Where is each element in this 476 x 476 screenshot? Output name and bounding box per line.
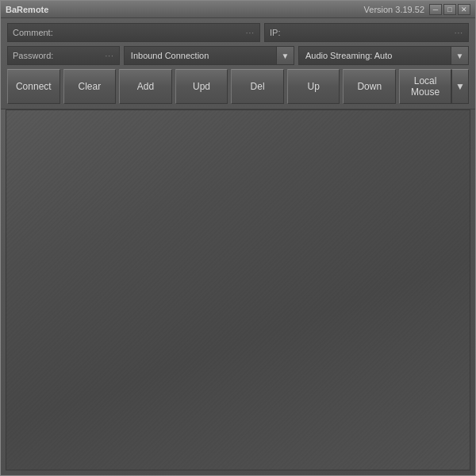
main-window: BaRemote Version 3.19.52 ─ □ ✕ Comment: … — [0, 0, 476, 476]
add-button[interactable]: Add — [119, 69, 172, 104]
toolbar: Comment: ··· IP: ··· Password: ··· Inbou… — [1, 18, 475, 109]
local-mouse-dropdown-icon[interactable]: ▼ — [451, 69, 469, 104]
title-bar-right: Version 3.19.52 ─ □ ✕ — [364, 4, 470, 15]
ip-dots: ··· — [455, 29, 463, 37]
audio-dropdown[interactable]: Audio Streaming: Auto ▼ — [298, 46, 469, 65]
up-button[interactable]: Up — [287, 69, 340, 104]
local-mouse-button[interactable]: LocalMouse — [399, 69, 451, 104]
comment-label: Comment: — [13, 28, 53, 37]
toolbar-row-3: Connect Clear Add Upd Del Up Down LocalM… — [7, 69, 469, 104]
connection-dropdown[interactable]: Inbound Connection ▼ — [124, 46, 294, 65]
connect-button[interactable]: Connect — [7, 69, 60, 104]
toolbar-row-2: Password: ··· Inbound Connection ▼ Audio… — [7, 46, 469, 65]
comment-field[interactable]: Comment: ··· — [7, 23, 260, 42]
comment-dots: ··· — [246, 29, 255, 37]
connection-arrow-icon[interactable]: ▼ — [276, 47, 294, 64]
upd-button[interactable]: Upd — [175, 69, 228, 104]
password-field[interactable]: Password: ··· — [7, 46, 120, 65]
maximize-button[interactable]: □ — [443, 4, 456, 15]
connection-label: Inbound Connection — [125, 51, 276, 60]
ip-label: IP: — [270, 28, 280, 37]
ip-field[interactable]: IP: ··· — [264, 23, 469, 42]
app-title: BaRemote — [6, 5, 48, 14]
audio-arrow-icon[interactable]: ▼ — [451, 47, 468, 64]
del-button[interactable]: Del — [231, 69, 284, 104]
password-label: Password: — [13, 51, 53, 60]
local-mouse-label: LocalMouse — [411, 75, 440, 98]
local-mouse-group: LocalMouse ▼ — [399, 69, 469, 104]
audio-label: Audio Streaming: Auto — [299, 51, 451, 60]
title-bar: BaRemote Version 3.19.52 ─ □ ✕ — [1, 1, 475, 18]
close-button[interactable]: ✕ — [458, 4, 470, 15]
clear-button[interactable]: Clear — [63, 69, 117, 104]
down-button[interactable]: Down — [343, 69, 396, 104]
content-area — [6, 109, 470, 470]
window-controls: ─ □ ✕ — [429, 4, 470, 15]
minimize-button[interactable]: ─ — [429, 4, 442, 15]
password-dots: ··· — [106, 52, 114, 60]
toolbar-row-1: Comment: ··· IP: ··· — [7, 23, 469, 42]
version-label: Version 3.19.52 — [364, 5, 424, 14]
